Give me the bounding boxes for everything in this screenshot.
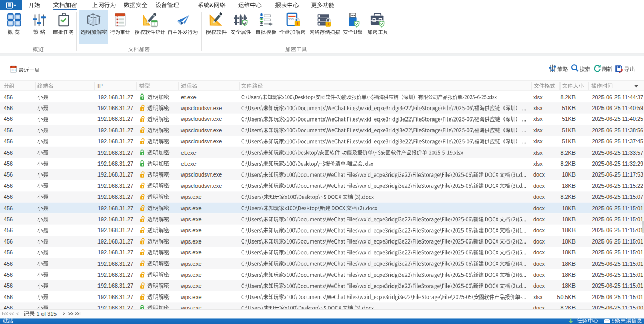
svg-text:docx: docx xyxy=(533,238,545,245)
svg-text:xlsx: xlsx xyxy=(533,160,543,167)
svg-text:51KB: 51KB xyxy=(562,138,576,144)
svg-text:wps.exe: wps.exe xyxy=(180,249,202,255)
svg-text:docx: docx xyxy=(533,171,545,178)
svg-text:2025-06-25 11:37:45: 2025-06-25 11:37:45 xyxy=(592,138,643,144)
svg-text:456: 456 xyxy=(4,171,13,178)
svg-text:8.2KB: 8.2KB xyxy=(561,150,576,156)
svg-text:2025-06-25 11:40:59: 2025-06-25 11:40:59 xyxy=(592,105,643,111)
svg-text:18KB: 18KB xyxy=(562,261,576,267)
svg-text:192.168.31.27: 192.168.31.27 xyxy=(97,150,133,156)
svg-text:456: 456 xyxy=(4,205,13,211)
svg-text:192.168.31.27: 192.168.31.27 xyxy=(97,294,133,300)
svg-text:wps.exe: wps.exe xyxy=(180,282,202,289)
svg-text:docx: docx xyxy=(533,216,545,222)
svg-text:wpscloudsvr.exe: wpscloudsvr.exe xyxy=(180,138,222,144)
svg-text:2025-06-25 11:15:07: 2025-06-25 11:15:07 xyxy=(592,194,643,200)
svg-text:50.5KB: 50.5KB xyxy=(557,294,576,300)
svg-text:wps.exe: wps.exe xyxy=(180,238,202,245)
svg-text:192.168.31.27: 192.168.31.27 xyxy=(97,205,133,211)
svg-text:456: 456 xyxy=(4,160,13,167)
svg-text:2025-06-25 11:32:29: 2025-06-25 11:32:29 xyxy=(592,160,643,167)
svg-text:2025-06-25 11:44:37: 2025-06-25 11:44:37 xyxy=(592,94,643,100)
svg-text:456: 456 xyxy=(4,116,13,122)
svg-text:wpscloudsvr.exe: wpscloudsvr.exe xyxy=(180,127,222,133)
svg-text:192.168.31.27: 192.168.31.27 xyxy=(97,282,133,289)
svg-text:456: 456 xyxy=(4,216,13,222)
svg-text:xlsx: xlsx xyxy=(533,105,543,111)
svg-text:456: 456 xyxy=(4,249,13,255)
svg-text:456: 456 xyxy=(4,261,13,267)
svg-text:wps.exe: wps.exe xyxy=(180,227,202,233)
svg-text:et.exe: et.exe xyxy=(181,160,196,167)
svg-text:456: 456 xyxy=(4,94,13,100)
svg-text:2025-06-25 11:40:25: 2025-06-25 11:40:25 xyxy=(592,116,643,122)
svg-text:456: 456 xyxy=(4,127,13,133)
svg-text:2025-06-25 11:15:01: 2025-06-25 11:15:01 xyxy=(592,205,643,211)
svg-text:8.2KB: 8.2KB xyxy=(561,194,576,200)
svg-text:192.168.31.27: 192.168.31.27 xyxy=(97,261,133,267)
svg-text:xlsx: xlsx xyxy=(533,94,543,100)
svg-text:192.168.31.27: 192.168.31.27 xyxy=(97,105,133,111)
svg-text:456: 456 xyxy=(4,294,13,300)
svg-text:wps.exe: wps.exe xyxy=(180,272,202,278)
svg-text:192.168.31.27: 192.168.31.27 xyxy=(97,238,133,245)
svg-text:192.168.31.27: 192.168.31.27 xyxy=(97,138,133,144)
svg-text:wpscloudsvr.exe: wpscloudsvr.exe xyxy=(180,183,222,189)
svg-text:18KB: 18KB xyxy=(562,205,576,211)
svg-text:18KB: 18KB xyxy=(562,216,576,222)
svg-text:456: 456 xyxy=(4,150,13,156)
svg-text:docx: docx xyxy=(533,249,545,255)
svg-text:2025-06-25 11:38:56: 2025-06-25 11:38:56 xyxy=(592,127,643,133)
svg-text:51KB: 51KB xyxy=(562,116,576,122)
svg-text:wps.exe: wps.exe xyxy=(180,194,202,200)
svg-text:18KB: 18KB xyxy=(562,282,576,289)
svg-text:wps.exe: wps.exe xyxy=(180,261,202,267)
svg-text:456: 456 xyxy=(4,194,13,200)
svg-text:IP: IP xyxy=(97,83,103,89)
svg-text:456: 456 xyxy=(4,105,13,111)
svg-text:2025-06-25 11:15:01: 2025-06-25 11:15:01 xyxy=(592,272,643,278)
svg-text:wpscloudsvr.exe: wpscloudsvr.exe xyxy=(180,105,222,111)
svg-text:456: 456 xyxy=(4,227,13,233)
svg-text:2025-06-25 11:33:57: 2025-06-25 11:33:57 xyxy=(592,150,643,156)
svg-text:docx: docx xyxy=(533,227,545,233)
svg-text:192.168.31.27: 192.168.31.27 xyxy=(97,127,133,133)
svg-text:456: 456 xyxy=(4,138,13,144)
svg-text:192.168.31.27: 192.168.31.27 xyxy=(97,183,133,189)
svg-text:2025-06-25 11:15:01: 2025-06-25 11:15:01 xyxy=(592,282,643,289)
svg-text:et.exe: et.exe xyxy=(181,150,196,156)
svg-text:456: 456 xyxy=(4,272,13,278)
svg-text:wps.exe: wps.exe xyxy=(180,205,202,211)
svg-text:SSD: SSD xyxy=(288,18,295,21)
svg-text:wpscloudsvr.exe: wpscloudsvr.exe xyxy=(180,171,222,178)
svg-text:8.2KB: 8.2KB xyxy=(561,94,576,100)
svg-text:192.168.31.27: 192.168.31.27 xyxy=(97,160,133,167)
svg-text:xlsx: xlsx xyxy=(533,127,543,133)
svg-text:192.168.31.27: 192.168.31.27 xyxy=(97,216,133,222)
svg-text:xlsx: xlsx xyxy=(533,116,543,122)
svg-text:23: 23 xyxy=(11,68,16,72)
svg-text:docx: docx xyxy=(533,183,545,189)
svg-text:docx: docx xyxy=(533,261,545,267)
svg-text:1 of 315: 1 of 315 xyxy=(37,310,57,317)
svg-text:2025-06-25 11:17:53: 2025-06-25 11:17:53 xyxy=(592,171,643,178)
svg-text:2025-06-25 11:15:01: 2025-06-25 11:15:01 xyxy=(592,238,643,245)
svg-text:192.168.31.27: 192.168.31.27 xyxy=(97,194,133,200)
svg-text:docx: docx xyxy=(533,282,545,289)
svg-text:456: 456 xyxy=(4,238,13,245)
svg-text:xlsx: xlsx xyxy=(533,150,543,156)
svg-text:2025-06-25 11:15:01: 2025-06-25 11:15:01 xyxy=(592,216,643,222)
svg-text:docx: docx xyxy=(533,205,545,211)
svg-text:docx: docx xyxy=(533,194,545,200)
svg-text:192.168.31.27: 192.168.31.27 xyxy=(97,249,133,255)
svg-text:2025-06-25 11:15:01: 2025-06-25 11:15:01 xyxy=(592,227,643,233)
svg-text:2025-06-25 11:15:01: 2025-06-25 11:15:01 xyxy=(592,261,643,267)
svg-text:18KB: 18KB xyxy=(562,171,576,178)
svg-text:et.exe: et.exe xyxy=(181,94,196,100)
svg-text:8.2KB: 8.2KB xyxy=(561,160,576,167)
svg-text:docx: docx xyxy=(533,272,545,278)
svg-text:456: 456 xyxy=(4,282,13,289)
svg-text:2025-06-25 11:15:22: 2025-06-25 11:15:22 xyxy=(592,183,643,189)
svg-text:2025-06-25 11:15:01: 2025-06-25 11:15:01 xyxy=(592,294,643,300)
svg-text:18KB: 18KB xyxy=(562,249,576,255)
